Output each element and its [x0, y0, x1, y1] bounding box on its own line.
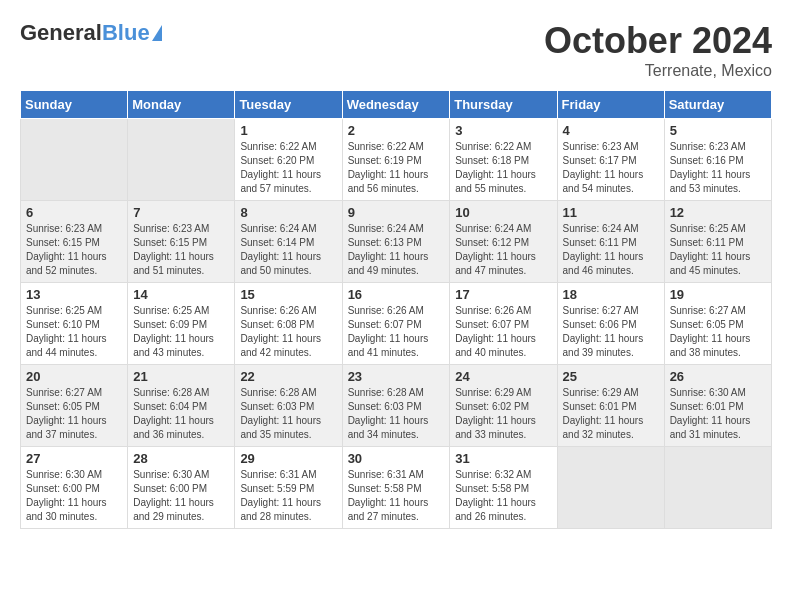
day-info: Sunrise: 6:22 AMSunset: 6:20 PMDaylight:… [240, 140, 336, 196]
day-number: 18 [563, 287, 659, 302]
logo-general-text: General [20, 20, 102, 46]
day-number: 29 [240, 451, 336, 466]
day-number: 20 [26, 369, 122, 384]
day-number: 3 [455, 123, 551, 138]
day-info: Sunrise: 6:24 AMSunset: 6:13 PMDaylight:… [348, 222, 445, 278]
weekday-header-thursday: Thursday [450, 91, 557, 119]
weekday-header-sunday: Sunday [21, 91, 128, 119]
day-info: Sunrise: 6:29 AMSunset: 6:02 PMDaylight:… [455, 386, 551, 442]
day-info: Sunrise: 6:25 AMSunset: 6:10 PMDaylight:… [26, 304, 122, 360]
weekday-header-friday: Friday [557, 91, 664, 119]
day-info: Sunrise: 6:25 AMSunset: 6:09 PMDaylight:… [133, 304, 229, 360]
day-info: Sunrise: 6:23 AMSunset: 6:16 PMDaylight:… [670, 140, 766, 196]
weekday-header-monday: Monday [128, 91, 235, 119]
calendar-day-cell: 4Sunrise: 6:23 AMSunset: 6:17 PMDaylight… [557, 119, 664, 201]
calendar-day-cell: 2Sunrise: 6:22 AMSunset: 6:19 PMDaylight… [342, 119, 450, 201]
title-section: October 2024 Terrenate, Mexico [544, 20, 772, 80]
calendar-header-row: SundayMondayTuesdayWednesdayThursdayFrid… [21, 91, 772, 119]
day-number: 12 [670, 205, 766, 220]
day-info: Sunrise: 6:23 AMSunset: 6:15 PMDaylight:… [133, 222, 229, 278]
calendar-day-cell: 17Sunrise: 6:26 AMSunset: 6:07 PMDayligh… [450, 283, 557, 365]
day-number: 14 [133, 287, 229, 302]
calendar-day-cell: 29Sunrise: 6:31 AMSunset: 5:59 PMDayligh… [235, 447, 342, 529]
calendar-week-row: 27Sunrise: 6:30 AMSunset: 6:00 PMDayligh… [21, 447, 772, 529]
calendar-day-cell: 30Sunrise: 6:31 AMSunset: 5:58 PMDayligh… [342, 447, 450, 529]
day-number: 10 [455, 205, 551, 220]
day-info: Sunrise: 6:31 AMSunset: 5:59 PMDaylight:… [240, 468, 336, 524]
day-number: 15 [240, 287, 336, 302]
calendar-day-cell [21, 119, 128, 201]
day-number: 4 [563, 123, 659, 138]
day-info: Sunrise: 6:31 AMSunset: 5:58 PMDaylight:… [348, 468, 445, 524]
calendar-day-cell: 5Sunrise: 6:23 AMSunset: 6:16 PMDaylight… [664, 119, 771, 201]
calendar-day-cell: 7Sunrise: 6:23 AMSunset: 6:15 PMDaylight… [128, 201, 235, 283]
day-info: Sunrise: 6:26 AMSunset: 6:07 PMDaylight:… [455, 304, 551, 360]
calendar-day-cell [557, 447, 664, 529]
calendar-day-cell: 26Sunrise: 6:30 AMSunset: 6:01 PMDayligh… [664, 365, 771, 447]
calendar-day-cell: 9Sunrise: 6:24 AMSunset: 6:13 PMDaylight… [342, 201, 450, 283]
day-number: 11 [563, 205, 659, 220]
day-number: 25 [563, 369, 659, 384]
calendar-day-cell: 15Sunrise: 6:26 AMSunset: 6:08 PMDayligh… [235, 283, 342, 365]
calendar-day-cell: 20Sunrise: 6:27 AMSunset: 6:05 PMDayligh… [21, 365, 128, 447]
day-info: Sunrise: 6:24 AMSunset: 6:14 PMDaylight:… [240, 222, 336, 278]
logo: General Blue [20, 20, 162, 46]
day-number: 22 [240, 369, 336, 384]
day-info: Sunrise: 6:24 AMSunset: 6:12 PMDaylight:… [455, 222, 551, 278]
calendar-day-cell: 8Sunrise: 6:24 AMSunset: 6:14 PMDaylight… [235, 201, 342, 283]
calendar-day-cell: 24Sunrise: 6:29 AMSunset: 6:02 PMDayligh… [450, 365, 557, 447]
calendar-day-cell: 22Sunrise: 6:28 AMSunset: 6:03 PMDayligh… [235, 365, 342, 447]
day-info: Sunrise: 6:28 AMSunset: 6:03 PMDaylight:… [240, 386, 336, 442]
weekday-header-saturday: Saturday [664, 91, 771, 119]
day-info: Sunrise: 6:30 AMSunset: 6:00 PMDaylight:… [133, 468, 229, 524]
calendar-day-cell: 25Sunrise: 6:29 AMSunset: 6:01 PMDayligh… [557, 365, 664, 447]
day-info: Sunrise: 6:25 AMSunset: 6:11 PMDaylight:… [670, 222, 766, 278]
day-number: 16 [348, 287, 445, 302]
calendar-table: SundayMondayTuesdayWednesdayThursdayFrid… [20, 90, 772, 529]
day-number: 21 [133, 369, 229, 384]
calendar-day-cell: 13Sunrise: 6:25 AMSunset: 6:10 PMDayligh… [21, 283, 128, 365]
day-number: 23 [348, 369, 445, 384]
day-info: Sunrise: 6:27 AMSunset: 6:05 PMDaylight:… [670, 304, 766, 360]
calendar-week-row: 20Sunrise: 6:27 AMSunset: 6:05 PMDayligh… [21, 365, 772, 447]
calendar-day-cell: 19Sunrise: 6:27 AMSunset: 6:05 PMDayligh… [664, 283, 771, 365]
day-number: 26 [670, 369, 766, 384]
day-info: Sunrise: 6:27 AMSunset: 6:06 PMDaylight:… [563, 304, 659, 360]
day-number: 17 [455, 287, 551, 302]
day-number: 31 [455, 451, 551, 466]
day-number: 8 [240, 205, 336, 220]
day-number: 28 [133, 451, 229, 466]
day-info: Sunrise: 6:27 AMSunset: 6:05 PMDaylight:… [26, 386, 122, 442]
logo-triangle-icon [152, 25, 162, 41]
day-info: Sunrise: 6:30 AMSunset: 6:00 PMDaylight:… [26, 468, 122, 524]
day-number: 7 [133, 205, 229, 220]
calendar-day-cell: 12Sunrise: 6:25 AMSunset: 6:11 PMDayligh… [664, 201, 771, 283]
day-number: 9 [348, 205, 445, 220]
month-title: October 2024 [544, 20, 772, 62]
calendar-day-cell: 11Sunrise: 6:24 AMSunset: 6:11 PMDayligh… [557, 201, 664, 283]
location-subtitle: Terrenate, Mexico [544, 62, 772, 80]
day-number: 27 [26, 451, 122, 466]
day-number: 24 [455, 369, 551, 384]
day-number: 30 [348, 451, 445, 466]
calendar-day-cell: 23Sunrise: 6:28 AMSunset: 6:03 PMDayligh… [342, 365, 450, 447]
day-number: 1 [240, 123, 336, 138]
day-info: Sunrise: 6:28 AMSunset: 6:03 PMDaylight:… [348, 386, 445, 442]
calendar-body: 1Sunrise: 6:22 AMSunset: 6:20 PMDaylight… [21, 119, 772, 529]
day-info: Sunrise: 6:26 AMSunset: 6:08 PMDaylight:… [240, 304, 336, 360]
day-info: Sunrise: 6:22 AMSunset: 6:19 PMDaylight:… [348, 140, 445, 196]
calendar-day-cell [664, 447, 771, 529]
day-info: Sunrise: 6:24 AMSunset: 6:11 PMDaylight:… [563, 222, 659, 278]
day-info: Sunrise: 6:32 AMSunset: 5:58 PMDaylight:… [455, 468, 551, 524]
day-info: Sunrise: 6:26 AMSunset: 6:07 PMDaylight:… [348, 304, 445, 360]
day-info: Sunrise: 6:22 AMSunset: 6:18 PMDaylight:… [455, 140, 551, 196]
day-info: Sunrise: 6:23 AMSunset: 6:17 PMDaylight:… [563, 140, 659, 196]
day-info: Sunrise: 6:30 AMSunset: 6:01 PMDaylight:… [670, 386, 766, 442]
calendar-week-row: 1Sunrise: 6:22 AMSunset: 6:20 PMDaylight… [21, 119, 772, 201]
calendar-day-cell: 28Sunrise: 6:30 AMSunset: 6:00 PMDayligh… [128, 447, 235, 529]
day-number: 19 [670, 287, 766, 302]
calendar-day-cell: 1Sunrise: 6:22 AMSunset: 6:20 PMDaylight… [235, 119, 342, 201]
day-info: Sunrise: 6:28 AMSunset: 6:04 PMDaylight:… [133, 386, 229, 442]
day-info: Sunrise: 6:29 AMSunset: 6:01 PMDaylight:… [563, 386, 659, 442]
calendar-day-cell: 31Sunrise: 6:32 AMSunset: 5:58 PMDayligh… [450, 447, 557, 529]
